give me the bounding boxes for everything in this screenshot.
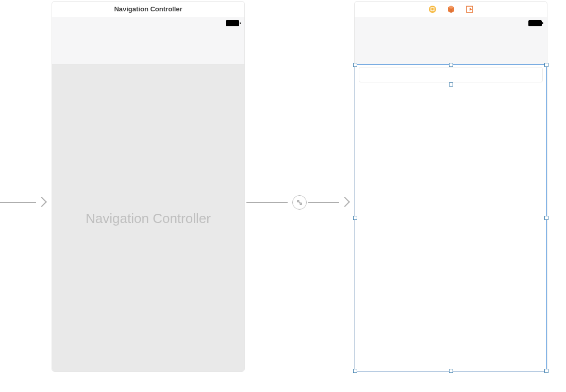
segue-relationship-icon	[296, 199, 303, 206]
first-responder-icon[interactable]	[447, 5, 455, 13]
exit-icon[interactable]	[465, 5, 474, 13]
navigation-controller-placeholder: Navigation Controller	[52, 210, 244, 226]
root-segue-arrow-head	[340, 197, 350, 207]
svg-line-2	[299, 202, 301, 203]
status-bar	[52, 17, 244, 32]
storyboard-entry-arrow[interactable]	[0, 202, 36, 203]
battery-icon	[226, 20, 239, 26]
view-controller-scene[interactable]	[354, 1, 547, 372]
root-view[interactable]	[355, 65, 547, 371]
navigation-bar[interactable]	[52, 32, 244, 65]
navigation-controller-body: Navigation Controller	[52, 65, 244, 371]
text-field[interactable]	[359, 67, 543, 82]
navigation-bar[interactable]	[355, 32, 547, 65]
root-segue-arrow-2[interactable]	[308, 202, 339, 203]
view-controller-icon[interactable]	[428, 5, 437, 13]
root-segue-badge[interactable]	[292, 195, 307, 210]
battery-icon	[528, 20, 542, 26]
navigation-controller-scene[interactable]: Navigation Controller Navigation Control…	[52, 1, 245, 372]
root-segue-arrow[interactable]	[246, 202, 288, 203]
svg-point-0	[297, 200, 299, 202]
svg-point-1	[300, 203, 302, 205]
status-bar	[355, 17, 547, 32]
scene-dock	[355, 2, 547, 17]
svg-point-3	[429, 6, 436, 13]
textfield-bottom-handle[interactable]	[449, 82, 453, 87]
storyboard-entry-arrow-head	[37, 197, 47, 207]
scene-title: Navigation Controller	[52, 2, 244, 17]
